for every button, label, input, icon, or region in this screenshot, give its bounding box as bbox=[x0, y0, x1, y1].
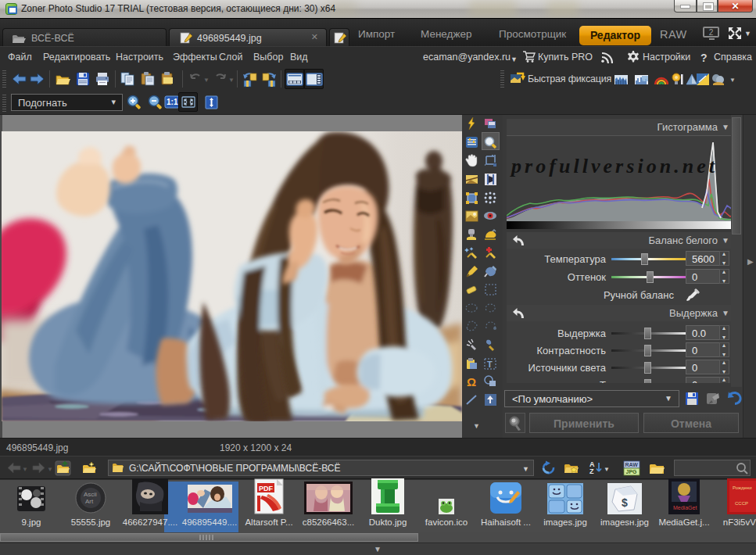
svg-text:Ascii: Ascii bbox=[84, 491, 97, 498]
svg-text:profullversion.net: profullversion.net bbox=[510, 155, 715, 177]
svg-text:Ω: Ω bbox=[467, 375, 476, 388]
svg-text:$: $ bbox=[622, 496, 628, 509]
svg-text:СССР: СССР bbox=[735, 501, 748, 506]
svg-text:T: T bbox=[487, 360, 493, 369]
svg-text:Art: Art bbox=[85, 498, 94, 505]
svg-text:RAW: RAW bbox=[625, 462, 639, 467]
svg-text:MediaGet: MediaGet bbox=[673, 505, 697, 510]
svg-text:JPG: JPG bbox=[626, 469, 638, 474]
svg-text:1:1: 1:1 bbox=[167, 98, 178, 106]
svg-text:PDF: PDF bbox=[259, 485, 274, 492]
svg-text:Рождени: Рождени bbox=[733, 485, 752, 490]
svg-text:Z: Z bbox=[589, 467, 594, 475]
